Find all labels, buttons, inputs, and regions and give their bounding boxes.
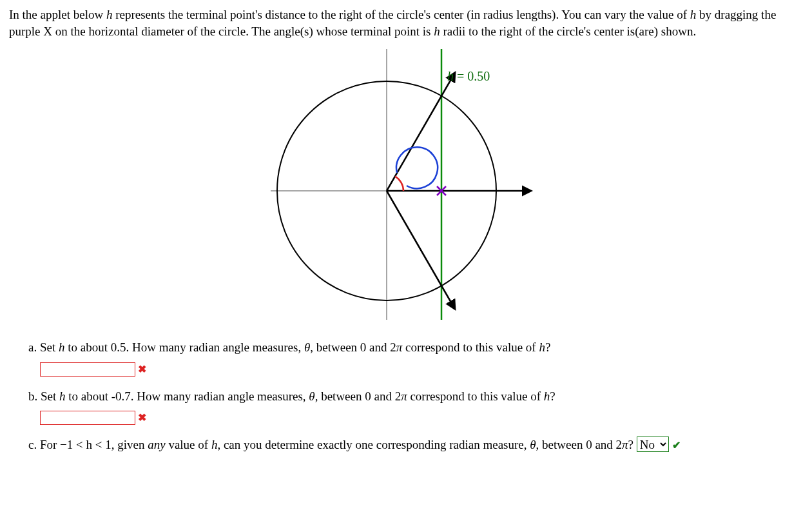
applet-canvas[interactable]: h = 0.50 <box>9 46 803 328</box>
answer-a-row: ✖ <box>40 362 803 377</box>
cross-icon: ✖ <box>138 362 146 377</box>
q-b-letter: b. <box>28 389 41 403</box>
intro-h-2: h <box>690 8 697 21</box>
angle-arc <box>395 177 403 191</box>
answer-a-input[interactable] <box>40 362 135 377</box>
answer-b-input[interactable] <box>40 411 135 425</box>
angle-indicator-circle <box>396 148 438 189</box>
intro-h-3: h <box>434 25 440 38</box>
h-label: h = 0.50 <box>447 69 490 83</box>
question-a: a. Set h to about 0.5. How many radian a… <box>28 339 803 356</box>
terminal-ray-lower <box>387 191 454 307</box>
intro-text-1: In the applet below <box>9 8 106 21</box>
intro-paragraph: In the applet below h represents the ter… <box>9 6 803 39</box>
intro-text-4: radii to the right of the circle's cente… <box>440 25 697 38</box>
answer-b-row: ✖ <box>40 411 803 425</box>
check-icon: ✔ <box>672 438 681 453</box>
question-c: c. For −1 < h < 1, given any value of h,… <box>28 436 803 453</box>
question-b: b. Set h to about -0.7. How many radian … <box>28 388 803 405</box>
cross-icon: ✖ <box>138 411 146 425</box>
intro-h-1: h <box>106 8 113 21</box>
q-a-letter: a. <box>28 340 40 354</box>
terminal-ray-upper <box>387 75 454 191</box>
q-c-letter: c. <box>28 438 40 451</box>
intro-text-2: represents the terminal point's distance… <box>112 8 690 21</box>
answer-c-select[interactable]: NoYes <box>637 436 669 452</box>
